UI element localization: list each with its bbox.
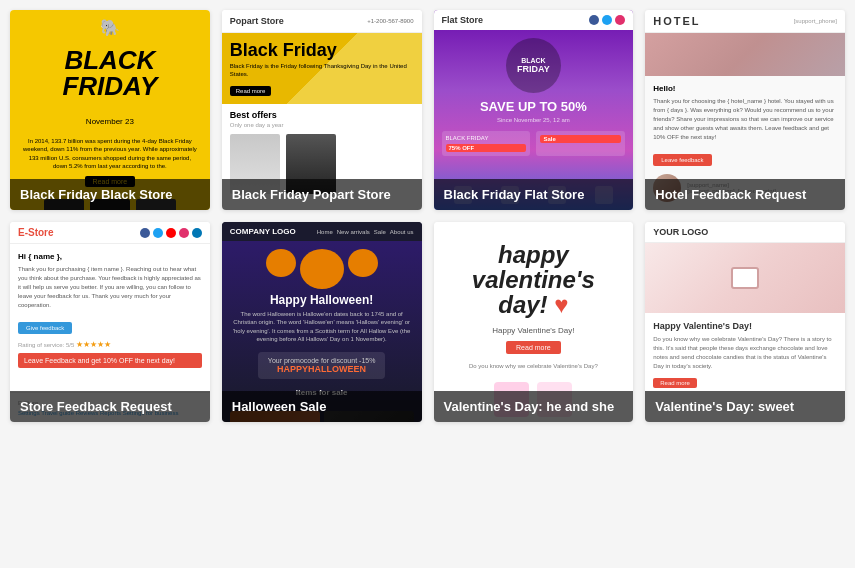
card-hotel-feedback[interactable]: HOTEL [support_phone] Hello! Thank you f…	[645, 10, 845, 210]
card-store-feedback[interactable]: E-Store Hi { name }, Thank you for purch…	[10, 222, 210, 422]
bf-flat-social-icons	[589, 15, 625, 25]
valentine-hs-title: happy valentine's day! ♥	[472, 242, 595, 318]
card-bf-flat-store[interactable]: Flat Store BLACK FRIDAY SAVE UP TO 50% S…	[434, 10, 634, 210]
hotel-feedback-btn: Leave feedback	[653, 154, 711, 166]
halloween-nav-sale: Sale	[374, 229, 386, 235]
estore-text: Thank you for purchasing { item name }. …	[18, 265, 202, 310]
hotel-logo: HOTEL	[653, 15, 700, 27]
valentine-heart-icon: ♥	[554, 291, 568, 318]
valentine-sweet-title: Happy Valentine's Day!	[653, 321, 837, 331]
halloween-promo-code: HAPPYHALLOWEEN	[268, 364, 376, 374]
estore-body: Hi { name }, Thank you for purchasing { …	[10, 244, 210, 392]
halloween-nav-home: Home	[317, 229, 333, 235]
card-label-valentine-sweet: Valentine's Day: sweet	[645, 391, 845, 422]
halloween-promo-text: Your promocode for discount -15%	[268, 357, 376, 364]
tw-icon	[602, 15, 612, 25]
halloween-title: Happy Halloween!	[270, 293, 373, 307]
valentine-sweet-header: YOUR LOGO	[645, 222, 845, 243]
bf-flat-prod1-name: BLACK FRIDAY	[446, 135, 527, 141]
valentine-sweet-logo: YOUR LOGO	[653, 227, 708, 237]
bf-flat-products: BLACK FRIDAY 75% OFF Sale	[442, 131, 626, 156]
bf-popart-hero-btn: Read more	[230, 86, 272, 96]
valentine-hs-btn: Read more	[506, 341, 561, 354]
bf-flat-prod-2: Sale	[536, 131, 625, 156]
bf-flat-header: Flat Store	[434, 10, 634, 30]
bf-black-title: BLACK FRIDAY	[18, 39, 202, 107]
bf-black-desc: In 2014, 133.7 billion was spent during …	[18, 137, 202, 171]
halloween-promo-box: Your promocode for discount -15% HAPPYHA…	[258, 352, 386, 379]
halloween-logo: COMPANY LOGO	[230, 227, 296, 236]
template-grid: 🐘 BLACK FRIDAY November 23 In 2014, 133.…	[10, 10, 845, 422]
valentine-valentines: valentine's	[472, 266, 595, 293]
valentine-sweet-hero-img	[645, 243, 845, 313]
card-label-bf-popart: Black Friday Popart Store	[222, 179, 422, 210]
estore-tw-icon	[153, 228, 163, 238]
fb-icon	[589, 15, 599, 25]
halloween-subtitle: The word Halloween is Hallowe'en dates b…	[230, 310, 414, 344]
estore-rating-label: Rating of service: 5/5 ★★★★★	[18, 340, 202, 349]
card-label-valentine-hs: Valentine's Day: he and she	[434, 391, 634, 422]
estore-feedback-btn: Give feedback	[18, 322, 72, 334]
bf-flat-prod1-badge: 75% OFF	[446, 144, 527, 152]
estore-promo: Leave Feedback and get 10% OFF the next …	[18, 353, 202, 368]
valentine-day: day!	[498, 291, 547, 318]
bf-flat-body: BLACK FRIDAY SAVE UP TO 50% Since Novemb…	[434, 30, 634, 164]
hotel-hello: Hello!	[653, 84, 837, 93]
bf-flat-save-text: SAVE UP TO 50%	[480, 99, 587, 114]
card-label-hotel: Hotel Feedback Request	[645, 179, 845, 210]
halloween-nav: Home New arrivals Sale About us	[317, 229, 414, 235]
pumpkin-left	[266, 249, 296, 277]
estore-rating-text: Rating of service: 5/5	[18, 342, 74, 348]
estore-header: E-Store	[10, 222, 210, 244]
halloween-hero: Happy Halloween! The word Halloween is H…	[222, 241, 422, 405]
hotel-hero-image	[645, 33, 845, 76]
bf-popart-section-title: Best offers	[230, 110, 414, 120]
estore-logo: E-Store	[18, 227, 54, 238]
estore-ig-icon	[179, 228, 189, 238]
elephant-icon: 🐘	[100, 18, 120, 37]
halloween-nav-about: About us	[390, 229, 414, 235]
estore-yt-icon	[166, 228, 176, 238]
estore-li-icon	[192, 228, 202, 238]
halloween-nav-new: New arrivals	[337, 229, 370, 235]
valentine-sweet-btn: Read more	[653, 378, 697, 388]
bf-flat-logo: Flat Store	[442, 15, 484, 25]
estore-stars: ★★★★★	[76, 340, 111, 349]
hotel-header: HOTEL [support_phone]	[645, 10, 845, 33]
bf-flat-badge-black: BLACK	[521, 57, 546, 64]
bf-popart-phone: +1-200-567-8900	[367, 18, 413, 24]
card-bf-black-store[interactable]: 🐘 BLACK FRIDAY November 23 In 2014, 133.…	[10, 10, 210, 210]
pumpkin-right	[348, 249, 378, 277]
pumpkin-center	[300, 249, 344, 289]
bf-popart-hero-title: Black Friday	[230, 41, 337, 59]
valentine-happy: happy	[498, 241, 569, 268]
bf-flat-badge: BLACK FRIDAY	[506, 38, 561, 93]
bf-flat-since: Since November 25, 12 am	[497, 117, 570, 123]
card-label-bf-black: Black Friday Black Store	[10, 179, 210, 210]
estore-social-icons	[140, 228, 202, 238]
estore-fb-icon	[140, 228, 150, 238]
bf-popart-logo: Popart Store	[230, 16, 284, 26]
halloween-pumpkins	[266, 249, 378, 289]
estore-greeting: Hi { name },	[18, 252, 202, 261]
hotel-support-phone: [support_phone]	[794, 18, 837, 24]
bf-popart-hero: Black Friday Black Friday is the Friday …	[222, 33, 422, 104]
vs-mug-icon	[731, 267, 759, 289]
hotel-text: Thank you for choosing the { hotel_name …	[653, 97, 837, 142]
card-bf-popart-store[interactable]: Popart Store +1-200-567-8900 Black Frida…	[222, 10, 422, 210]
halloween-header: COMPANY LOGO Home New arrivals Sale Abou…	[222, 222, 422, 241]
card-valentine-hs[interactable]: happy valentine's day! ♥ Happy Valentine…	[434, 222, 634, 422]
card-label-halloween: Halloween Sale	[222, 391, 422, 422]
valentine-hs-subtitle: Happy Valentine's Day!	[492, 326, 574, 335]
card-label-bf-flat: Black Friday Flat Store	[434, 179, 634, 210]
bf-flat-prod-1: BLACK FRIDAY 75% OFF	[442, 131, 531, 156]
card-halloween-sale[interactable]: COMPANY LOGO Home New arrivals Sale Abou…	[222, 222, 422, 422]
valentine-sweet-text: Do you know why we celebrate Valentine's…	[653, 335, 837, 371]
bf-popart-header: Popart Store +1-200-567-8900	[222, 10, 422, 33]
bf-popart-section-sub: Only one day a year	[230, 122, 414, 128]
bf-flat-prod2-badge: Sale	[540, 135, 621, 143]
valentine-hs-desc: Do you know why we celebrate Valentine's…	[469, 362, 598, 370]
bf-popart-hero-subtitle: Black Friday is the Friday following Tha…	[230, 62, 414, 79]
card-valentine-sweet[interactable]: YOUR LOGO Happy Valentine's Day! Do you …	[645, 222, 845, 422]
bf-black-date: November 23	[78, 109, 142, 134]
